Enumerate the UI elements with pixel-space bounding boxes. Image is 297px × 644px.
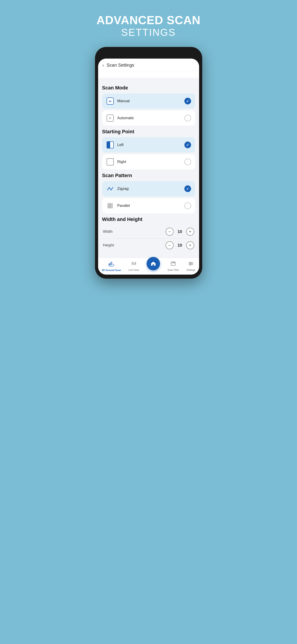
left-radio-checked (184, 142, 191, 148)
scan-pattern-section: Scan Pattern Zigzag (102, 173, 195, 213)
manual-icon: m (106, 97, 114, 105)
height-label: Height (103, 243, 114, 248)
screen-content: Scan Mode m Manual A (98, 78, 199, 256)
live-scan-icon (131, 260, 137, 268)
manual-label: Manual (117, 99, 181, 103)
ground-scan-label: 3D Ground Scan (102, 269, 121, 272)
live-scan-label: Live Scan (128, 268, 139, 271)
scan-pattern-title: Scan Pattern (102, 173, 195, 178)
scroll-indicator (98, 71, 199, 78)
ground-scan-icon: 3D (108, 260, 115, 268)
page-title-light: SETTINGS (96, 27, 201, 38)
page-header: ADVANCED SCAN SETTINGS (96, 14, 201, 38)
scan-pattern-zigzag[interactable]: Zigzag (102, 181, 195, 196)
starting-point-left[interactable]: Left (102, 137, 195, 152)
height-value: 10 (177, 243, 183, 248)
screen-title: Scan Settings (107, 62, 134, 68)
nav-item-settings[interactable]: Settings (186, 260, 195, 271)
starting-point-section: Starting Point Left (102, 129, 195, 170)
nav-item-ground-scan[interactable]: 3D 3D Ground Scan (102, 260, 121, 272)
width-decrement-button[interactable]: − (166, 228, 174, 236)
automatic-radio (184, 115, 191, 122)
parallel-radio (184, 202, 191, 209)
phone-notch (135, 51, 162, 56)
starting-point-right[interactable]: Right (102, 154, 195, 170)
width-height-section: Width and Height Width − 10 + Height − 1… (102, 216, 195, 252)
scan-files-icon (170, 260, 176, 268)
width-value: 10 (177, 230, 183, 234)
svg-point-8 (191, 263, 192, 264)
width-label: Width (103, 230, 113, 234)
left-label: Left (117, 143, 181, 147)
scan-mode-section: Scan Mode m Manual A (102, 85, 195, 126)
zigzag-label: Zigzag (117, 186, 181, 191)
screen-header: ‹ Scan Settings (98, 58, 199, 71)
phone-mockup: ‹ Scan Settings Scan Mode m Manual (95, 47, 202, 278)
height-increment-button[interactable]: + (186, 241, 194, 249)
nav-item-live-scan[interactable]: Live Scan (128, 260, 139, 271)
scan-mode-manual[interactable]: m Manual (102, 94, 195, 109)
left-icon (106, 141, 114, 149)
back-button[interactable]: ‹ (103, 62, 104, 68)
home-icon-circle (147, 257, 160, 270)
bottom-nav: 3D 3D Ground Scan (98, 258, 199, 274)
right-radio (184, 158, 191, 165)
right-label: Right (117, 160, 181, 164)
settings-icon (188, 260, 194, 268)
scan-pattern-parallel[interactable]: Parallel (102, 198, 195, 213)
scan-mode-title: Scan Mode (102, 85, 195, 91)
width-height-title: Width and Height (102, 216, 195, 222)
parallel-icon (106, 202, 114, 210)
width-row: Width − 10 + (102, 225, 195, 238)
width-controls: − 10 + (166, 228, 194, 236)
svg-point-7 (189, 262, 190, 263)
zigzag-radio-checked (184, 185, 191, 192)
right-icon (106, 158, 114, 166)
scan-mode-automatic[interactable]: A Automatic (102, 110, 195, 126)
zigzag-icon (106, 185, 114, 193)
automatic-icon: A (106, 114, 114, 122)
scan-files-label: Scan Files (167, 268, 179, 271)
page-title-bold: ADVANCED SCAN (96, 14, 201, 27)
settings-label: Settings (186, 268, 195, 271)
height-decrement-button[interactable]: − (166, 241, 174, 249)
nav-item-scan-files[interactable]: Scan Files (167, 260, 179, 271)
svg-point-9 (189, 264, 190, 266)
nav-item-home[interactable] (147, 262, 160, 270)
phone-screen: ‹ Scan Settings Scan Mode m Manual (98, 58, 199, 274)
width-increment-button[interactable]: + (186, 228, 194, 236)
height-controls: − 10 + (166, 241, 194, 249)
automatic-label: Automatic (117, 116, 181, 120)
manual-radio-checked (184, 98, 191, 104)
starting-point-title: Starting Point (102, 129, 195, 134)
height-row: Height − 10 + (102, 238, 195, 252)
parallel-label: Parallel (117, 204, 181, 208)
svg-point-2 (133, 263, 135, 264)
